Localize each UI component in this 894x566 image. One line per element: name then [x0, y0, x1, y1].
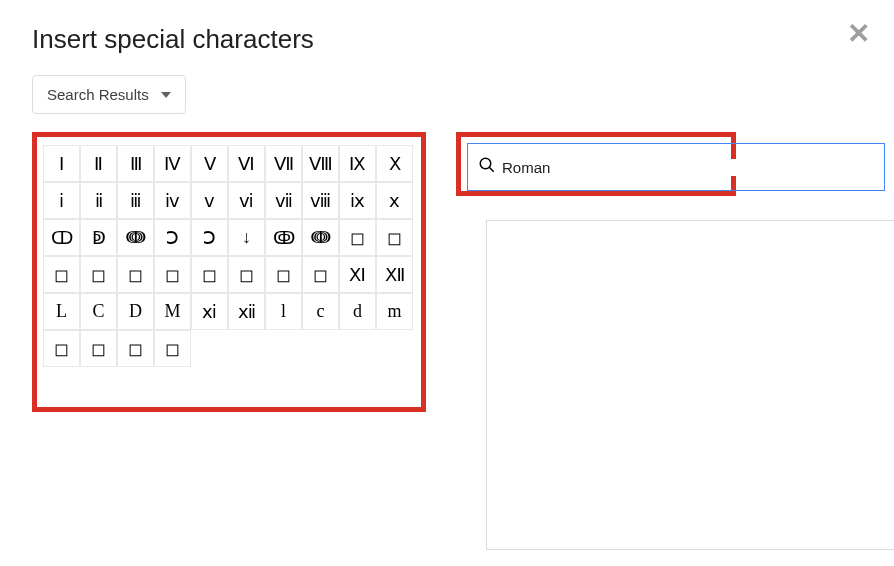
- char-cell[interactable]: Ⅷ: [302, 145, 339, 182]
- char-cell[interactable]: ◻: [154, 256, 191, 293]
- char-cell[interactable]: Ⅺ: [339, 256, 376, 293]
- category-dropdown[interactable]: Search Results: [32, 75, 186, 114]
- char-cell[interactable]: ⅺ: [191, 293, 228, 330]
- close-button[interactable]: ✕: [847, 20, 870, 48]
- char-cell[interactable]: m: [376, 293, 413, 330]
- char-cell[interactable]: ◻: [302, 256, 339, 293]
- char-cell[interactable]: Ⅻ: [376, 256, 413, 293]
- char-cell[interactable]: Ⅴ: [191, 145, 228, 182]
- char-cell[interactable]: ↁ: [80, 219, 117, 256]
- svg-line-1: [489, 167, 494, 172]
- char-cell[interactable]: ↓: [228, 219, 265, 256]
- char-cell[interactable]: L: [43, 293, 80, 330]
- char-cell[interactable]: ⅴ: [191, 182, 228, 219]
- char-cell[interactable]: ◻: [376, 219, 413, 256]
- char-cell[interactable]: Ⅲ: [117, 145, 154, 182]
- char-cell[interactable]: ◻: [117, 256, 154, 293]
- char-cell[interactable]: ⅷ: [302, 182, 339, 219]
- char-cell[interactable]: ↀ: [43, 219, 80, 256]
- char-cell[interactable]: C: [80, 293, 117, 330]
- char-cell[interactable]: l: [265, 293, 302, 330]
- close-icon: ✕: [847, 18, 870, 49]
- char-cell[interactable]: ◻: [43, 330, 80, 367]
- char-cell[interactable]: ◻: [80, 330, 117, 367]
- char-cell[interactable]: D: [117, 293, 154, 330]
- character-grid: ⅠⅡⅢⅣⅤⅥⅦⅧⅨⅩⅰⅱⅲⅳⅴⅵⅶⅷⅸⅹↀↁↈↃↃ↓ↂↈ◻◻◻◻◻◻◻◻◻◻ⅪⅫ…: [43, 145, 415, 367]
- char-cell[interactable]: c: [302, 293, 339, 330]
- category-dropdown-label: Search Results: [47, 86, 149, 103]
- char-cell[interactable]: ◻: [265, 256, 302, 293]
- char-cell[interactable]: M: [154, 293, 191, 330]
- char-cell[interactable]: Ↄ: [154, 219, 191, 256]
- char-cell[interactable]: d: [339, 293, 376, 330]
- char-cell[interactable]: Ⅶ: [265, 145, 302, 182]
- char-cell[interactable]: Ↄ: [191, 219, 228, 256]
- search-input[interactable]: [502, 159, 874, 176]
- char-cell[interactable]: Ⅹ: [376, 145, 413, 182]
- char-cell[interactable]: ↂ: [265, 219, 302, 256]
- draw-panel[interactable]: [486, 220, 894, 550]
- char-cell[interactable]: ⅱ: [80, 182, 117, 219]
- char-cell[interactable]: ⅶ: [265, 182, 302, 219]
- char-cell[interactable]: ⅳ: [154, 182, 191, 219]
- char-cell[interactable]: ◻: [191, 256, 228, 293]
- char-cell[interactable]: Ⅰ: [43, 145, 80, 182]
- char-cell[interactable]: ◻: [117, 330, 154, 367]
- char-cell[interactable]: ↈ: [302, 219, 339, 256]
- char-cell[interactable]: ◻: [339, 219, 376, 256]
- char-cell[interactable]: ⅵ: [228, 182, 265, 219]
- char-cell[interactable]: ⅸ: [339, 182, 376, 219]
- char-cell[interactable]: Ⅳ: [154, 145, 191, 182]
- char-cell[interactable]: Ⅵ: [228, 145, 265, 182]
- char-cell[interactable]: ⅲ: [117, 182, 154, 219]
- char-cell[interactable]: ↈ: [117, 219, 154, 256]
- character-results-panel: ⅠⅡⅢⅣⅤⅥⅦⅧⅨⅩⅰⅱⅲⅳⅴⅵⅶⅷⅸⅹↀↁↈↃↃ↓ↂↈ◻◻◻◻◻◻◻◻◻◻ⅪⅫ…: [32, 132, 426, 412]
- char-cell[interactable]: ⅻ: [228, 293, 265, 330]
- char-cell[interactable]: ⅰ: [43, 182, 80, 219]
- dialog-title: Insert special characters: [32, 24, 862, 55]
- char-cell[interactable]: ◻: [154, 330, 191, 367]
- char-cell[interactable]: ◻: [228, 256, 265, 293]
- char-cell[interactable]: ⅹ: [376, 182, 413, 219]
- char-cell[interactable]: Ⅸ: [339, 145, 376, 182]
- svg-point-0: [480, 158, 491, 169]
- char-cell[interactable]: ◻: [80, 256, 117, 293]
- char-cell[interactable]: ◻: [43, 256, 80, 293]
- search-panel: [456, 132, 736, 196]
- chevron-down-icon: [161, 92, 171, 98]
- search-icon: [478, 156, 496, 178]
- char-cell[interactable]: Ⅱ: [80, 145, 117, 182]
- search-box[interactable]: [467, 143, 885, 191]
